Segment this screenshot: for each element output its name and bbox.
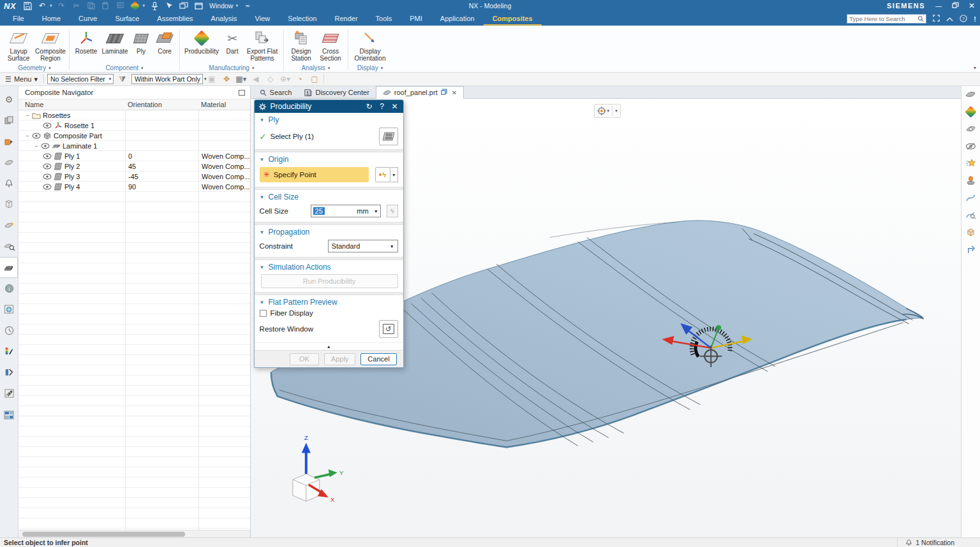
window-icon[interactable] xyxy=(193,1,204,10)
visibility-eye-icon[interactable] xyxy=(43,122,52,129)
ply-button[interactable]: Ply xyxy=(130,27,152,57)
ribbon-options-caret-icon[interactable]: ▾ xyxy=(974,65,976,71)
grid-snap-icon[interactable]: ▦▾ xyxy=(235,75,247,84)
point-options-caret[interactable]: ▼ xyxy=(390,167,398,182)
restore-button[interactable] xyxy=(951,2,960,10)
visibility-eye-icon[interactable] xyxy=(32,132,41,140)
utilities-icon[interactable] xyxy=(0,383,18,404)
group-footer-geometry[interactable]: Geometry▾ xyxy=(3,64,66,72)
producibility-results-icon[interactable] xyxy=(965,106,977,117)
wireframe-box-icon[interactable] xyxy=(965,226,977,238)
laminate-button[interactable]: Laminate xyxy=(101,27,129,57)
minimize-ribbon-icon[interactable] xyxy=(946,15,953,23)
group-caret-icon[interactable]: ▾ xyxy=(48,66,51,71)
unit-caret-icon[interactable]: ▼ xyxy=(374,209,378,214)
tab-surface[interactable]: Surface xyxy=(106,13,148,26)
rosette-button[interactable]: Rosette xyxy=(73,27,100,57)
specify-point-field[interactable]: ✳ Specify Point xyxy=(260,167,369,182)
producibility-button[interactable]: Producibility xyxy=(183,27,220,57)
cancel-button[interactable]: Cancel xyxy=(360,353,396,365)
column-name[interactable]: Name xyxy=(19,101,125,108)
column-orientation[interactable]: Orientation xyxy=(125,101,198,108)
fit-part-icon[interactable] xyxy=(965,89,977,100)
return-arrow-icon[interactable] xyxy=(965,244,977,255)
group-caret-icon[interactable]: ▾ xyxy=(328,66,330,71)
tab-selection[interactable]: Selection xyxy=(279,13,325,26)
dart-button[interactable]: ✂Dart xyxy=(221,27,243,57)
core-button[interactable]: Core xyxy=(153,27,176,57)
tab-file[interactable]: File xyxy=(4,13,33,26)
tree-row-ply-4[interactable]: Ply 4 90Woven Comp... xyxy=(19,182,250,192)
point-type-button[interactable]: ▾ xyxy=(596,105,611,117)
group-caret-icon[interactable]: ▾ xyxy=(381,66,383,71)
group-caret-icon[interactable]: ▾ xyxy=(141,66,144,71)
cell-size-unit[interactable]: mm xyxy=(357,207,373,215)
quadrant-point-icon[interactable]: ▢ xyxy=(309,75,320,84)
tab-discovery-center[interactable]: Discovery Center xyxy=(298,87,375,98)
tab-tools[interactable]: Tools xyxy=(367,13,401,26)
cell-size-input[interactable]: 25 mm ▼ xyxy=(311,205,381,217)
section-propagation[interactable]: ▼Propagation xyxy=(255,225,403,238)
composite-region-button[interactable]: Composite Region xyxy=(35,27,66,64)
collapse-icon[interactable]: − xyxy=(25,133,30,139)
dialog-help-icon[interactable]: ? xyxy=(378,102,387,111)
assembly-navigator-icon[interactable] xyxy=(0,110,18,131)
notification-label[interactable]: 1 Notification xyxy=(916,539,954,546)
point-options-button[interactable]: ▾ xyxy=(614,105,619,117)
tab-view[interactable]: View xyxy=(246,13,279,26)
tab-curve[interactable]: Curve xyxy=(70,13,106,26)
notification-area[interactable]: 1 Notification xyxy=(897,538,980,547)
section-flat-pattern-preview[interactable]: ▼Flat Pattern Preview xyxy=(255,295,403,308)
tree-row-composite-part[interactable]: − Composite Part xyxy=(19,131,250,141)
microphone-icon[interactable] xyxy=(149,1,160,10)
palette-icon[interactable] xyxy=(130,1,140,10)
layup-surface-button[interactable]: Layup Surface xyxy=(3,27,34,64)
tab-assemblies[interactable]: Assemblies xyxy=(148,13,202,26)
selection-filter-combo[interactable]: No Selection Filter▾ xyxy=(47,74,114,84)
tab-render[interactable]: Render xyxy=(325,13,366,26)
point-dialog-button[interactable]: ϟ xyxy=(375,167,390,182)
visibility-eye-icon[interactable] xyxy=(41,142,50,150)
group-footer-component[interactable]: Component▾ xyxy=(73,64,176,72)
y-axis-ball[interactable] xyxy=(716,325,721,330)
visibility-eye-icon[interactable] xyxy=(43,173,52,180)
knowledge-fusion-icon[interactable] xyxy=(0,362,18,383)
part-family-icon[interactable] xyxy=(0,215,18,236)
column-material[interactable]: Material xyxy=(198,101,250,108)
minimize-button[interactable]: — xyxy=(934,3,943,10)
material-assign-icon[interactable] xyxy=(965,175,977,186)
dialog-reset-icon[interactable]: ↻ xyxy=(365,102,374,111)
tree-row-rosette-1[interactable]: Rosette 1 xyxy=(19,120,250,131)
tree-row-ply-2[interactable]: Ply 2 45Woven Comp... xyxy=(19,161,250,171)
command-search[interactable] xyxy=(847,14,926,24)
visibility-eye-icon[interactable] xyxy=(43,183,52,191)
customize-qat-icon[interactable]: ≂ xyxy=(242,1,253,10)
fullscreen-icon[interactable] xyxy=(933,15,940,23)
select-ply-label[interactable]: Select Ply (1) xyxy=(271,133,314,140)
spline-icon[interactable] xyxy=(965,192,977,203)
section-cell-size[interactable]: ▼Cell Size xyxy=(255,190,403,203)
collapse-icon[interactable]: − xyxy=(34,143,39,149)
window-menu[interactable]: Window xyxy=(209,2,233,10)
save-icon[interactable] xyxy=(22,1,33,10)
tree-row-ply-3[interactable]: Ply 3 -45Woven Comp... xyxy=(19,171,250,182)
group-footer-manufacturing[interactable]: Manufacturing▾ xyxy=(183,64,280,72)
undo-caret-icon[interactable]: ▾ xyxy=(50,3,52,8)
roles-gear-icon[interactable]: ⚙ xyxy=(0,89,18,110)
menu-button[interactable]: ☰Menu▾ xyxy=(3,75,40,84)
window-menu-caret-icon[interactable]: ▾ xyxy=(235,3,238,8)
tree-row-rosettes[interactable]: − Rosettes xyxy=(19,110,250,120)
close-tab-icon[interactable]: ✕ xyxy=(452,89,457,96)
scope-combo[interactable]: Within Work Part Only▾ xyxy=(131,74,203,84)
select-ply-button[interactable] xyxy=(379,128,398,145)
tab-composites[interactable]: Composites xyxy=(484,13,542,26)
history-icon[interactable] xyxy=(0,320,18,341)
undock-panel-icon[interactable] xyxy=(239,90,245,96)
fiber-display-label[interactable]: Fiber Display xyxy=(271,309,313,317)
part-navigator-icon[interactable] xyxy=(0,152,18,173)
visual-reports-icon[interactable] xyxy=(0,341,18,362)
dialog-close-icon[interactable]: ✕ xyxy=(390,102,399,111)
tab-home[interactable]: Home xyxy=(33,13,70,26)
visibility-eye-icon[interactable] xyxy=(43,152,52,160)
search-part-icon[interactable] xyxy=(0,236,18,257)
